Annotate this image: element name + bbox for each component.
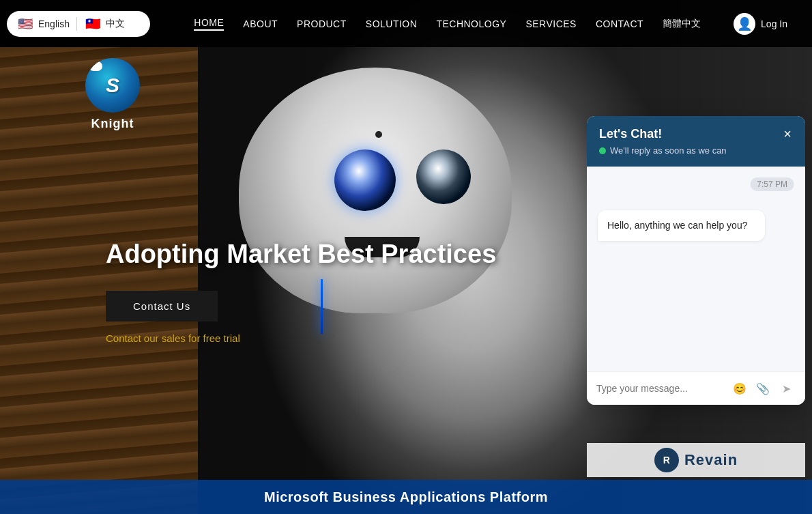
logo-icon: S	[85, 58, 140, 113]
nav-solution[interactable]: SOLUTION	[366, 18, 418, 29]
revain-name: Revain	[684, 451, 738, 469]
revain-logo-icon: R	[654, 448, 679, 472]
english-label: English	[38, 18, 70, 29]
chat-widget: Let's Chat! We'll reply as soon as we ca…	[587, 116, 805, 405]
chat-footer: 😊 📎 ➤	[587, 371, 805, 405]
language-switcher[interactable]: 🇺🇸 English 🇹🇼 中文	[7, 11, 150, 37]
hero-title: Adopting Market Best Practices	[106, 239, 496, 270]
tw-flag-icon: 🇹🇼	[84, 15, 102, 33]
send-icon[interactable]: ➤	[777, 379, 796, 398]
nav-product[interactable]: PRODUCT	[297, 18, 347, 29]
chat-close-button[interactable]: ×	[782, 127, 793, 141]
logo-area: S Knight	[85, 58, 140, 131]
robot-eye-right	[416, 149, 471, 204]
revain-logo-char: R	[663, 455, 670, 466]
chat-input[interactable]	[596, 383, 725, 394]
logo-symbol: S	[106, 74, 119, 97]
english-lang-option[interactable]: 🇺🇸 English	[16, 15, 70, 33]
revain-watermark: R Revain	[587, 443, 805, 477]
lang-divider	[76, 17, 77, 31]
hero-content: Adopting Market Best Practices Contact U…	[106, 239, 496, 344]
nav-contact[interactable]: CONTACT	[596, 18, 643, 29]
chat-status: We'll reply as soon as we can	[599, 145, 727, 156]
chat-body: 7:57 PM Hello, anything we can help you?	[587, 167, 805, 371]
online-status-dot	[599, 147, 606, 154]
emoji-icon[interactable]: 😊	[730, 379, 749, 398]
free-trial-link[interactable]: Contact our sales for free trial	[106, 332, 496, 344]
nav-trad-chinese[interactable]: 簡體中文	[663, 18, 701, 30]
nav-services[interactable]: SERVICES	[525, 18, 577, 29]
chat-header-left: Let's Chat! We'll reply as soon as we ca…	[599, 127, 727, 156]
login-label: Log In	[761, 18, 787, 29]
logo-name: Knight	[91, 117, 134, 131]
chinese-label: 中文	[106, 18, 125, 30]
robot-eye-left	[334, 149, 396, 211]
chat-timestamp: 7:57 PM	[750, 177, 794, 191]
us-flag-icon: 🇺🇸	[16, 15, 34, 33]
chat-message: Hello, anything we can help you?	[598, 210, 765, 241]
nav-technology[interactable]: TECHNOLOGY	[436, 18, 506, 29]
chinese-lang-option[interactable]: 🇹🇼 中文	[84, 15, 125, 33]
attach-icon[interactable]: 📎	[753, 379, 772, 398]
bottom-banner: Microsoft Business Applications Platform	[0, 480, 812, 514]
nav-about[interactable]: ABOUT	[243, 18, 278, 29]
nav-links: HOME ABOUT PRODUCT SOLUTION TECHNOLOGY S…	[194, 13, 812, 35]
robot-nose	[375, 131, 382, 138]
login-area[interactable]: 👤 Log In	[734, 13, 787, 35]
chat-send-area: 😊 📎 ➤	[730, 379, 796, 398]
chat-header: Let's Chat! We'll reply as soon as we ca…	[587, 116, 805, 167]
contact-us-button[interactable]: Contact Us	[106, 291, 218, 322]
bottom-banner-text: Microsoft Business Applications Platform	[264, 489, 548, 505]
navbar: 🇺🇸 English 🇹🇼 中文 HOME ABOUT PRODUCT SOLU…	[0, 0, 812, 47]
chat-status-text: We'll reply as soon as we can	[610, 145, 727, 156]
chat-title: Let's Chat!	[599, 127, 727, 141]
cloud-icon	[89, 61, 102, 71]
user-icon: 👤	[734, 13, 755, 35]
nav-home[interactable]: HOME	[194, 17, 224, 31]
